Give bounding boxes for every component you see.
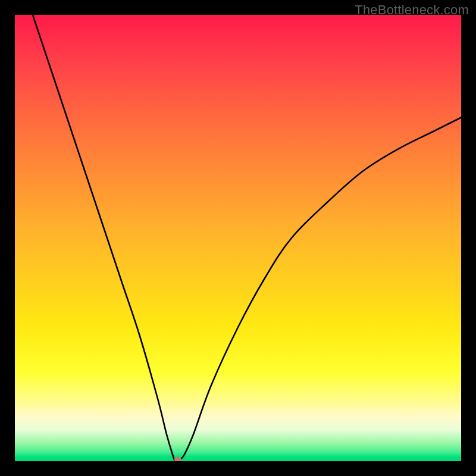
- dip-marker: [174, 457, 181, 461]
- chart-frame: TheBottleneck.com: [0, 0, 476, 476]
- watermark-text: TheBottleneck.com: [355, 2, 469, 18]
- bottleneck-curve: [33, 15, 461, 461]
- plot-area: [15, 15, 461, 461]
- curve-svg: [15, 15, 461, 461]
